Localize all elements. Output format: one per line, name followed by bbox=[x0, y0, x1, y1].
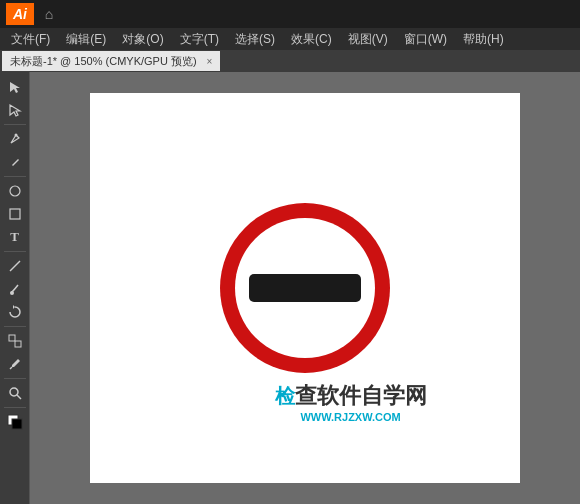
outer-ring bbox=[220, 203, 390, 373]
menu-window[interactable]: 窗口(W) bbox=[397, 29, 454, 50]
eyedropper-tool[interactable] bbox=[3, 353, 27, 375]
pen-tool[interactable] bbox=[3, 128, 27, 150]
pencil-tool[interactable] bbox=[3, 151, 27, 173]
svg-point-3 bbox=[10, 186, 20, 196]
fill-color[interactable] bbox=[3, 411, 27, 433]
svg-marker-1 bbox=[10, 105, 20, 116]
document-tab[interactable]: 未标题-1* @ 150% (CMYK/GPU 预览) × bbox=[2, 51, 220, 71]
svg-marker-7 bbox=[13, 305, 15, 309]
toolbar: T bbox=[0, 72, 30, 504]
rectangle-tool[interactable] bbox=[3, 203, 27, 225]
menu-select[interactable]: 选择(S) bbox=[228, 29, 282, 50]
canvas: 检查软件自学网 WWW.RJZXW.COM bbox=[90, 93, 520, 483]
selection-tool[interactable] bbox=[3, 76, 27, 98]
svg-line-12 bbox=[17, 395, 21, 399]
tool-separator-6 bbox=[4, 407, 26, 408]
svg-rect-8 bbox=[9, 335, 15, 341]
menu-text[interactable]: 文字(T) bbox=[173, 29, 226, 50]
watermark-main-text: 查软件自学网 bbox=[295, 383, 427, 408]
titlebar: Ai ⌂ bbox=[0, 0, 580, 28]
horizontal-bar bbox=[249, 274, 361, 302]
line-tool[interactable] bbox=[3, 255, 27, 277]
svg-point-2 bbox=[14, 134, 17, 137]
svg-marker-0 bbox=[10, 82, 20, 93]
menu-help[interactable]: 帮助(H) bbox=[456, 29, 511, 50]
home-button[interactable]: ⌂ bbox=[38, 3, 60, 25]
tool-separator-3 bbox=[4, 251, 26, 252]
svg-point-11 bbox=[10, 388, 18, 396]
menu-object[interactable]: 对象(O) bbox=[115, 29, 170, 50]
watermark-check-char: 检 bbox=[275, 385, 295, 407]
watermark-text: 检查软件自学网 bbox=[275, 381, 427, 411]
rotate-tool[interactable] bbox=[3, 301, 27, 323]
menubar: 文件(F) 编辑(E) 对象(O) 文字(T) 选择(S) 效果(C) 视图(V… bbox=[0, 28, 580, 50]
svg-rect-9 bbox=[15, 341, 21, 347]
ellipse-tool[interactable] bbox=[3, 180, 27, 202]
watermark-url: WWW.RJZXW.COM bbox=[275, 411, 427, 423]
tab-close-button[interactable]: × bbox=[207, 56, 213, 67]
svg-line-5 bbox=[10, 261, 20, 271]
tool-separator-4 bbox=[4, 326, 26, 327]
scale-tool[interactable] bbox=[3, 330, 27, 352]
menu-view[interactable]: 视图(V) bbox=[341, 29, 395, 50]
svg-line-10 bbox=[10, 367, 12, 369]
svg-point-6 bbox=[10, 291, 14, 295]
type-tool[interactable]: T bbox=[3, 226, 27, 248]
paintbrush-tool[interactable] bbox=[3, 278, 27, 300]
svg-rect-4 bbox=[10, 209, 20, 219]
inner-circle bbox=[235, 218, 375, 358]
no-entry-sign bbox=[220, 203, 390, 373]
main-layout: T bbox=[0, 72, 580, 504]
tool-separator-2 bbox=[4, 176, 26, 177]
tabbar: 未标题-1* @ 150% (CMYK/GPU 预览) × bbox=[0, 50, 580, 72]
svg-rect-14 bbox=[12, 419, 22, 429]
direct-selection-tool[interactable] bbox=[3, 99, 27, 121]
ai-logo: Ai bbox=[6, 3, 34, 25]
tab-label: 未标题-1* @ 150% (CMYK/GPU 预览) bbox=[10, 54, 197, 69]
watermark: 检查软件自学网 WWW.RJZXW.COM bbox=[275, 381, 427, 423]
menu-file[interactable]: 文件(F) bbox=[4, 29, 57, 50]
tool-separator-5 bbox=[4, 378, 26, 379]
canvas-area[interactable]: 检查软件自学网 WWW.RJZXW.COM bbox=[30, 72, 580, 504]
menu-effect[interactable]: 效果(C) bbox=[284, 29, 339, 50]
tool-separator-1 bbox=[4, 124, 26, 125]
zoom-tool[interactable] bbox=[3, 382, 27, 404]
menu-edit[interactable]: 编辑(E) bbox=[59, 29, 113, 50]
